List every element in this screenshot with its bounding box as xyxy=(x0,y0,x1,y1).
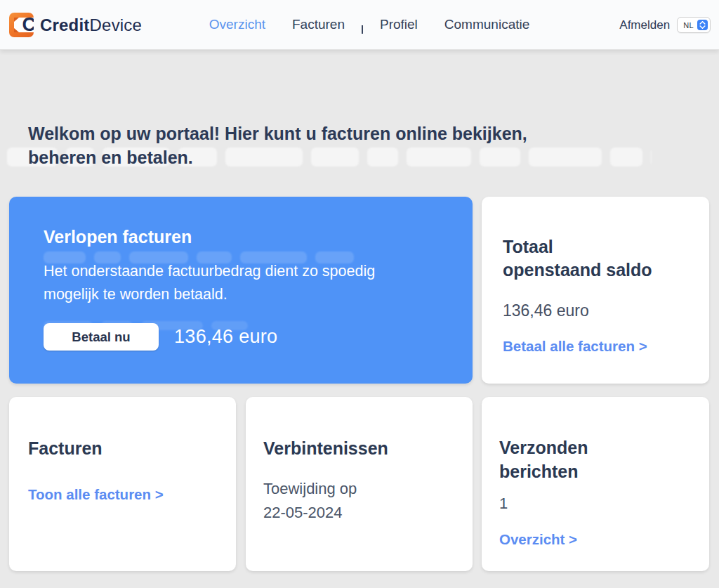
sent-messages-card: Verzonden berichten 1 Overzicht > xyxy=(482,397,709,571)
language-select[interactable]: NL xyxy=(677,17,711,33)
top-navbar: C CreditDevice Overzicht Facturen Profie… xyxy=(0,0,719,50)
portal-content: Welkom op uw portaal! Hier kunt u factur… xyxy=(0,50,719,588)
nav-item-communicatie[interactable]: Communicatie xyxy=(444,17,529,32)
messages-overview-link[interactable]: Overzicht > xyxy=(499,531,577,548)
pay-row: Betaal nu 136,46 euro xyxy=(44,323,438,351)
welcome-message: Welkom op uw portaal! Hier kunt u factur… xyxy=(28,122,527,169)
total-balance-card: Totaal openstaand saldo 136,46 euro Beta… xyxy=(482,197,709,384)
brand-name-regular: Device xyxy=(90,15,143,34)
messages-card-title: Verzonden berichten xyxy=(499,436,692,483)
show-all-invoices-link[interactable]: Toon alle facturen > xyxy=(28,486,164,503)
commitments-date: Toewijding op 22-05-2024 xyxy=(263,477,455,525)
nav-item-profiel[interactable]: Profiel xyxy=(380,17,418,32)
creditdevice-logo[interactable]: C CreditDevice xyxy=(9,0,142,50)
nav-item-facturen[interactable]: Facturen xyxy=(292,17,345,32)
commitments-card-title: Verbintenissen xyxy=(263,437,455,460)
messages-count: 1 xyxy=(499,495,692,513)
header-right-group: Afmelden NL xyxy=(619,0,711,50)
language-select-value: NL xyxy=(683,21,694,30)
brand-name-bold: Credit xyxy=(40,15,90,34)
commitments-card: Verbintenissen Toewijding op 22-05-2024 xyxy=(246,397,473,571)
logo-c-letter: C xyxy=(22,15,34,34)
invoices-card-title: Facturen xyxy=(28,437,217,460)
pay-now-button[interactable]: Betaal nu xyxy=(44,323,159,351)
balance-card-title: Totaal openstaand saldo xyxy=(503,235,688,282)
brand-name: CreditDevice xyxy=(40,15,142,35)
invoices-card: Facturen Toon alle facturen > xyxy=(9,397,236,571)
overdue-invoices-card: Verlopen facturen Het onderstaande factu… xyxy=(9,197,473,384)
logout-button[interactable]: Afmelden xyxy=(619,18,670,32)
nav-separator xyxy=(362,25,363,34)
overdue-card-body: Het onderstaande factuurbedrag dient zo … xyxy=(44,260,438,306)
overdue-card-title: Verlopen facturen xyxy=(44,227,438,247)
main-nav: Overzicht Facturen Profiel Communicatie xyxy=(209,17,530,32)
creditdevice-logo-icon: C xyxy=(9,13,34,37)
chevron-updown-icon xyxy=(697,20,708,30)
balance-amount: 136,46 euro xyxy=(503,301,688,320)
nav-item-overzicht[interactable]: Overzicht xyxy=(209,17,265,32)
pay-all-invoices-link[interactable]: Betaal alle facturen > xyxy=(503,338,647,355)
overdue-amount: 136,46 euro xyxy=(174,326,277,348)
portal-page: C CreditDevice Overzicht Facturen Profie… xyxy=(0,0,719,588)
